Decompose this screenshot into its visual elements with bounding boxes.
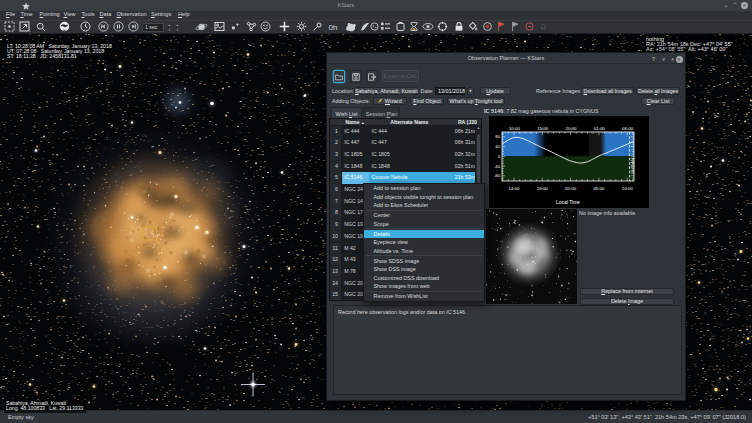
svg-text:05:00: 05:00 (593, 186, 605, 191)
svg-text:00:00: 00:00 (565, 186, 577, 191)
svg-text:19:00: 19:00 (537, 186, 549, 191)
svg-text:0h: 0h (328, 23, 337, 32)
svg-text:01:00: 01:00 (594, 126, 606, 131)
svg-text:10:00: 10:00 (622, 186, 634, 191)
svg-text:06:00: 06:00 (622, 126, 634, 131)
svg-text:20:00: 20:00 (566, 126, 578, 131)
svg-text:10:00: 10:00 (509, 126, 521, 131)
svg-text:14:00: 14:00 (509, 186, 521, 191)
svg-text:15:00: 15:00 (537, 126, 549, 131)
svg-text:80: 80 (495, 134, 500, 139)
svg-text:-80: -80 (494, 173, 501, 178)
svg-text:40: 40 (495, 144, 500, 149)
svg-text:Local Time: Local Time (556, 199, 580, 205)
svg-text:-40: -40 (494, 164, 501, 169)
svg-text:10:28 AM: 10:28 AM (631, 158, 635, 174)
